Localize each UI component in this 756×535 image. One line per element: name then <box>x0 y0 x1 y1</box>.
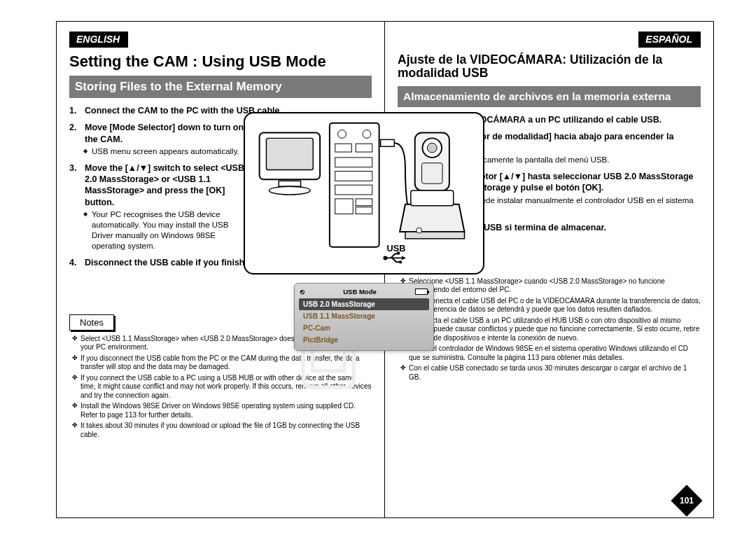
subtitle-spanish: Almacenamiento de archivos en la memoria… <box>398 86 701 107</box>
svg-rect-19 <box>422 163 442 183</box>
connection-diagram: USB <box>244 112 484 275</box>
usb-mode-menu: ⎋ USB Mode USB 2.0 MassStorage USB 1.1 M… <box>294 283 434 351</box>
svg-rect-24 <box>397 252 400 255</box>
svg-rect-21 <box>405 232 465 239</box>
language-badge-spanish: ESPAÑOL <box>638 32 701 48</box>
menu-item: PC-Cam <box>299 322 429 334</box>
svg-rect-1 <box>266 138 313 169</box>
step-sub: Your PC recognises the USB device automa… <box>85 209 251 251</box>
svg-rect-2 <box>279 181 300 186</box>
language-badge-english: ENGLISH <box>69 32 128 48</box>
step-sub: USB menu screen appears automatically. <box>85 146 251 157</box>
svg-rect-15 <box>381 139 395 146</box>
note-item: Si conecta el cable USB a un PC utilizan… <box>400 317 701 343</box>
svg-point-22 <box>416 228 422 233</box>
note-item: Si desconecta el cable USB del PC o de l… <box>400 297 701 314</box>
svg-point-25 <box>399 260 402 263</box>
subtitle-english: Storing Files to the External Memory <box>69 76 372 98</box>
note-item: Seleccione <USB 1.1 MassStorage> cuando … <box>400 277 701 295</box>
menu-item: PictBridge <box>299 334 429 346</box>
usb-trident-icon: ⎋ <box>300 288 304 296</box>
step-title: Move the [▲/▼] switch to select <USB 2.0… <box>85 163 244 207</box>
title-spanish: Ajuste de la VIDEOCÁMARA: Utilización de… <box>398 53 701 81</box>
menu-item-selected: USB 2.0 MassStorage <box>299 298 429 310</box>
note-item: Con el cable USB conectado se tarda unos… <box>400 364 701 382</box>
usb-label-text: USB <box>386 243 405 253</box>
svg-rect-20 <box>411 190 454 206</box>
title-english: Setting the CAM : Using USB Mode <box>69 53 372 70</box>
notes-label-english: Notes <box>69 314 114 331</box>
note-item: It takes about 30 minutes if you downloa… <box>72 422 372 439</box>
svg-point-18 <box>427 143 437 153</box>
battery-icon <box>415 289 428 295</box>
page-number-badge: 101 <box>671 485 702 516</box>
note-item: Instale el controlador de Windows 98SE e… <box>400 345 701 362</box>
step-title: Move [Mode Selector] down to turn on the… <box>85 123 244 144</box>
menu-item: USB 1.1 MassStorage <box>299 310 429 322</box>
svg-point-3 <box>269 186 310 195</box>
notes-spanish: Seleccione <USB 1.1 MassStorage> cuando … <box>398 277 701 382</box>
menu-title: USB Mode <box>343 288 377 296</box>
